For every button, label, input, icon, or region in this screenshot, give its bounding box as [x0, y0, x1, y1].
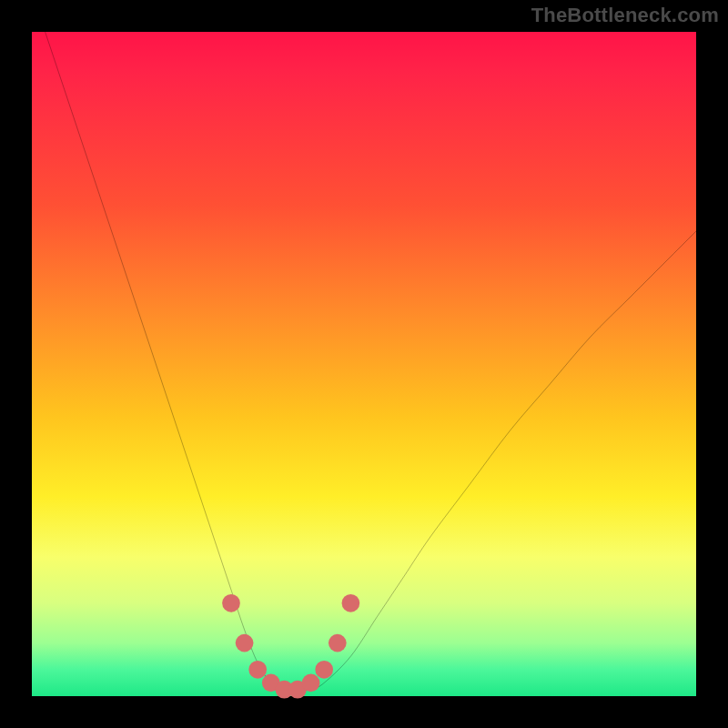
- plot-area: [32, 32, 696, 696]
- chart-svg: [32, 32, 696, 696]
- marker-dot: [302, 674, 320, 693]
- bottleneck-curve: [46, 32, 696, 690]
- valley-markers: [222, 594, 359, 699]
- marker-dot: [222, 594, 240, 612]
- marker-dot: [248, 661, 267, 679]
- marker-dot: [342, 594, 360, 612]
- marker-dot: [236, 634, 254, 652]
- marker-dot: [315, 661, 333, 679]
- watermark-text: TheBottleneck.com: [531, 4, 719, 27]
- chart-frame: TheBottleneck.com: [0, 0, 728, 728]
- marker-dot: [329, 634, 347, 652]
